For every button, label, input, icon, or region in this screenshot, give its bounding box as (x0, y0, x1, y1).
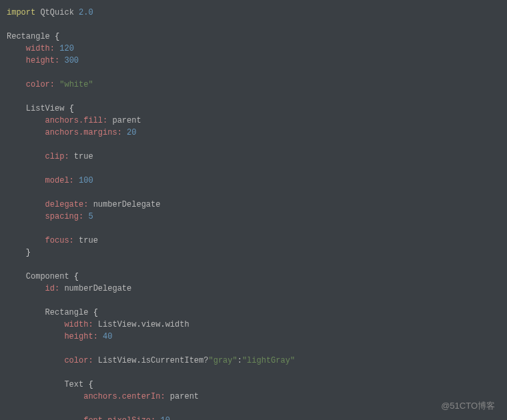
brace-open: { (74, 272, 79, 281)
prop-centerin: anchors.centerIn: (83, 392, 165, 401)
prop-focus: focus: (45, 236, 74, 245)
prop-width: width: (26, 44, 55, 53)
prop-spacing: spacing: (45, 212, 84, 221)
brace-open: { (88, 380, 93, 389)
type-component: Component (26, 272, 69, 281)
prop-height: height: (26, 56, 59, 65)
val-parent: parent (112, 116, 141, 125)
type-rectangle: Rectangle (7, 32, 50, 41)
val-centerin: parent (170, 392, 199, 401)
code-editor: import QtQuick 2.0 Rectangle { width: 12… (7, 7, 500, 420)
prop-delegate: delegate: (45, 200, 89, 209)
type-listview: ListView (26, 104, 65, 113)
val-lightgray: "lightGray" (242, 356, 295, 365)
brace-close: } (26, 248, 31, 257)
val-clip: true (74, 152, 93, 161)
val-listview2: ListView (98, 356, 137, 365)
val-delegate: numberDelegate (93, 200, 161, 209)
brace-open: { (69, 104, 74, 113)
prop-clip: clip: (45, 152, 69, 161)
val-id: numberDelegate (64, 284, 131, 293)
prop-anchors-fill: anchors.fill: (45, 116, 108, 125)
val-model: 100 (79, 176, 93, 185)
prop-anchors-margins: anchors.margins: (45, 128, 122, 137)
val-width2: width (165, 320, 189, 329)
prop-width2: width: (64, 320, 93, 329)
val-margins: 20 (127, 128, 136, 137)
prop-color: color: (26, 80, 55, 89)
type-rectangle2: Rectangle (45, 308, 89, 317)
version-number: 2.0 (79, 8, 93, 17)
val-pixelsize: 10 (160, 416, 169, 420)
watermark: @51CTO博客 (441, 399, 495, 413)
val-color: "white" (59, 80, 93, 89)
prop-height2: height: (64, 332, 97, 341)
val-view: view (141, 320, 161, 329)
val-iscurrent: isCurrentItem? (141, 356, 209, 365)
module-name: QtQuick (40, 8, 73, 17)
val-height2: 40 (103, 332, 112, 341)
brace-open: { (93, 308, 98, 317)
keyword-import: import (7, 8, 35, 17)
val-listview: ListView (98, 320, 137, 329)
type-text: Text (64, 380, 83, 389)
prop-color2: color: (64, 356, 93, 365)
brace-open: { (55, 32, 59, 41)
prop-pixelsize: font.pixelSize: (83, 416, 155, 420)
val-colon: : (237, 356, 242, 365)
val-height: 300 (64, 56, 79, 65)
prop-model: model: (45, 176, 74, 185)
val-width: 120 (59, 44, 74, 53)
val-spacing: 5 (88, 212, 93, 221)
val-focus: true (79, 236, 98, 245)
prop-id: id: (45, 284, 60, 293)
val-gray: "gray" (208, 356, 237, 365)
